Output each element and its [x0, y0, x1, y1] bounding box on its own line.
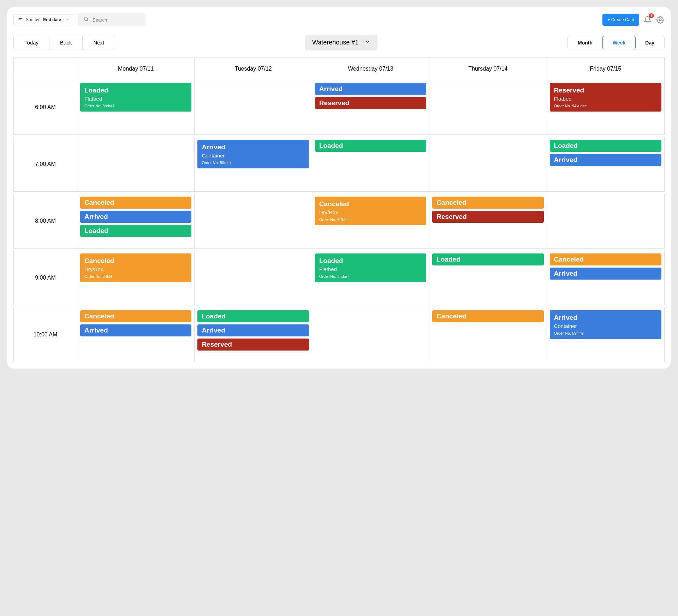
day-cell[interactable] — [429, 137, 547, 191]
notification-badge: 3 — [649, 13, 654, 18]
event-card[interactable]: ReservedFlatbedOrder No. 94xudsc — [550, 83, 661, 112]
today-button[interactable]: Today — [14, 36, 49, 49]
event-card[interactable]: Canceled — [432, 197, 543, 209]
header-day: Friday 07/15 — [547, 58, 664, 80]
event-card[interactable]: Arrived — [550, 268, 661, 280]
event-card[interactable]: Arrived — [197, 324, 309, 336]
day-cell[interactable]: Canceled — [429, 307, 547, 362]
day-cell[interactable] — [195, 194, 312, 248]
event-card[interactable]: CanceledDry/BoxOrder No. 8rfkl4 — [315, 197, 426, 225]
event-card[interactable]: Arrived — [550, 154, 661, 166]
day-cell[interactable]: LoadedFlatbedOrder No. 3hdur7 — [312, 251, 429, 305]
calendar-row: 9:00 AMCanceledDry/BoxOrder No. 8rfkl4Lo… — [13, 251, 665, 305]
day-cell[interactable]: Loaded — [429, 251, 547, 305]
sort-button[interactable]: Sort by: End date — [13, 14, 74, 25]
day-cell[interactable]: CanceledReserved — [429, 194, 547, 248]
back-button[interactable]: Back — [49, 36, 83, 49]
day-cell[interactable] — [195, 80, 312, 134]
event-status: Reserved — [319, 99, 422, 107]
event-card[interactable]: LoadedFlatbedOrder No. 3hdur7 — [315, 253, 426, 282]
time-cell: 9:00 AM — [14, 251, 77, 305]
search-box[interactable] — [78, 13, 145, 26]
event-card[interactable]: Canceled — [80, 310, 191, 322]
next-button[interactable]: Next — [83, 36, 115, 49]
event-card[interactable]: Reserved — [197, 339, 309, 351]
view-week-button[interactable]: Week — [602, 36, 636, 49]
sort-value: End date — [43, 17, 61, 22]
time-cell: 8:00 AM — [14, 194, 77, 248]
day-cell[interactable] — [195, 251, 312, 305]
day-cell[interactable]: LoadedArrivedReserved — [195, 307, 312, 362]
event-card[interactable]: CanceledDry/BoxOrder No. 8rfkl4 — [80, 253, 191, 282]
sort-icon — [18, 17, 23, 22]
event-status: Arrived — [202, 327, 304, 334]
event-type: Dry/Box — [319, 209, 422, 215]
day-cell[interactable]: ReservedFlatbedOrder No. 94xudsc — [547, 80, 664, 134]
day-cell[interactable] — [77, 137, 195, 191]
event-card[interactable]: Arrived — [80, 324, 191, 336]
controls-row: Today Back Next Waterehouse #1 Month Wee… — [13, 35, 665, 50]
day-cell[interactable] — [429, 80, 547, 134]
event-order: Order No. 94xudsc — [554, 104, 657, 108]
day-cell[interactable]: ArrivedContainerOrder No. 59tffml — [547, 307, 664, 362]
event-status: Canceled — [319, 200, 422, 208]
event-status: Canceled — [84, 257, 187, 265]
svg-point-1 — [659, 19, 661, 21]
event-type: Flatbed — [554, 96, 657, 102]
calendar-body: 6:00 AMLoadedFlatbedOrder No. 3hdur7Arri… — [13, 80, 665, 362]
event-order: Order No. 59tffml — [554, 331, 657, 335]
event-card[interactable]: Arrived — [315, 83, 426, 95]
time-cell: 6:00 AM — [14, 80, 77, 134]
event-status: Loaded — [554, 142, 657, 150]
chevron-down-icon — [66, 18, 70, 22]
event-type: Dry/Box — [84, 266, 187, 272]
event-card[interactable]: Loaded — [550, 140, 661, 152]
event-status: Arrived — [554, 314, 657, 322]
calendar-header: Monday 07/11 Tuesday 07/12 Wednesday 07/… — [13, 58, 665, 80]
event-card[interactable]: Reserved — [315, 97, 426, 109]
day-cell[interactable]: CanceledArrivedLoaded — [77, 194, 195, 248]
event-status: Reserved — [202, 341, 304, 348]
day-cell[interactable]: CanceledArrived — [547, 251, 664, 305]
event-card[interactable]: Loaded — [80, 225, 191, 237]
event-card[interactable]: ArrivedContainerOrder No. 59tffml — [197, 140, 309, 168]
event-card[interactable]: Canceled — [80, 197, 191, 209]
toolbar: Sort by: End date + Create Card 3 — [13, 13, 665, 26]
event-card[interactable]: Canceled — [550, 253, 661, 265]
event-status: Canceled — [436, 312, 539, 320]
day-cell[interactable]: LoadedArrived — [547, 137, 664, 191]
view-day-button[interactable]: Day — [635, 36, 664, 49]
day-cell[interactable]: Loaded — [312, 137, 429, 191]
day-cell[interactable] — [547, 194, 664, 248]
event-status: Arrived — [202, 143, 304, 151]
calendar: Monday 07/11 Tuesday 07/12 Wednesday 07/… — [13, 58, 665, 362]
day-cell[interactable]: ArrivedContainerOrder No. 59tffml — [195, 137, 312, 191]
event-card[interactable]: ArrivedContainerOrder No. 59tffml — [550, 310, 661, 339]
event-card[interactable]: Loaded — [432, 253, 543, 265]
event-card[interactable]: Loaded — [197, 310, 309, 322]
search-input[interactable] — [93, 17, 141, 23]
event-status: Arrived — [554, 156, 657, 164]
gear-icon — [656, 16, 664, 24]
event-order: Order No. 59tffml — [202, 161, 304, 165]
notifications-button[interactable]: 3 — [643, 16, 652, 24]
event-card[interactable]: Arrived — [80, 211, 191, 223]
warehouse-select[interactable]: Waterehouse #1 — [305, 35, 377, 50]
event-card[interactable]: Loaded — [315, 140, 426, 152]
event-card[interactable]: LoadedFlatbedOrder No. 3hdur7 — [80, 83, 191, 112]
day-cell[interactable]: ArrivedReserved — [312, 80, 429, 134]
day-cell[interactable]: LoadedFlatbedOrder No. 3hdur7 — [77, 80, 195, 134]
event-card[interactable]: Reserved — [432, 211, 543, 223]
view-month-button[interactable]: Month — [568, 36, 603, 49]
event-status: Arrived — [554, 270, 657, 277]
event-card[interactable]: Canceled — [432, 310, 543, 322]
day-cell[interactable]: CanceledDry/BoxOrder No. 8rfkl4 — [77, 251, 195, 305]
create-card-button[interactable]: + Create Card — [602, 14, 639, 26]
day-cell[interactable]: CanceledDry/BoxOrder No. 8rfkl4 — [312, 194, 429, 248]
event-type: Flatbed — [84, 96, 187, 102]
day-cell[interactable] — [312, 307, 429, 362]
event-status: Loaded — [319, 142, 422, 150]
event-status: Loaded — [84, 86, 187, 94]
day-cell[interactable]: CanceledArrived — [77, 307, 195, 362]
settings-button[interactable] — [656, 16, 665, 24]
